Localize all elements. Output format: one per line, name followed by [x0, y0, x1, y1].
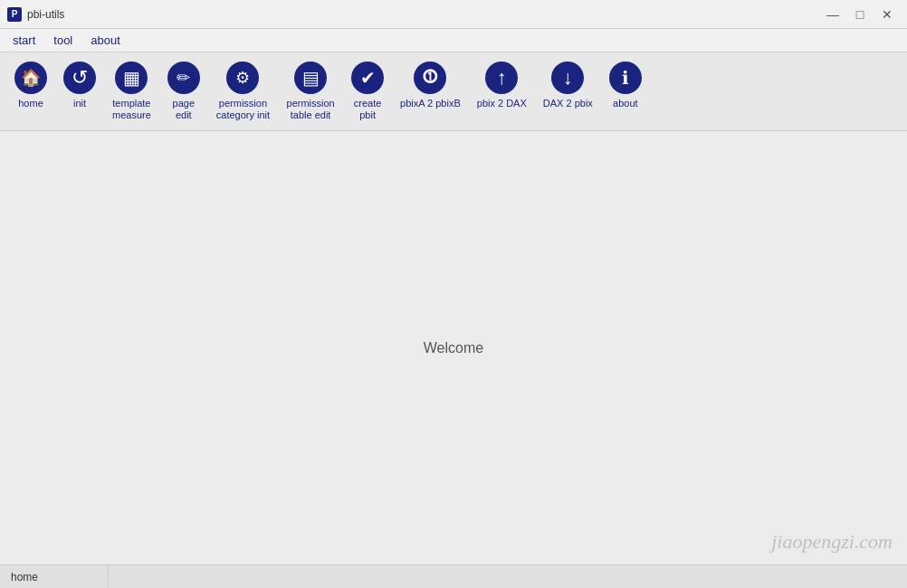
toolbar-btn-template-measure[interactable]: ▦ templatemeasure — [105, 58, 158, 125]
create-pbit-icon: ✔ — [351, 62, 384, 94]
home-icon: 🏠 — [14, 62, 47, 94]
toolbar-btn-dax-2-pbix[interactable]: ↓ DAX 2 pbix — [536, 58, 600, 125]
permission-table-edit-label: permissiontable edit — [287, 98, 335, 121]
page-edit-label: pageedit — [173, 98, 195, 121]
toolbar-btn-init[interactable]: ↺ init — [56, 58, 103, 125]
init-label: init — [73, 98, 86, 109]
titlebar-controls: — □ ✕ — [820, 5, 900, 24]
close-button[interactable]: ✕ — [874, 5, 900, 24]
about-icon: ℹ — [609, 62, 642, 94]
app-icon: P — [7, 7, 22, 22]
init-icon: ↺ — [63, 62, 96, 94]
toolbar-btn-create-pbit[interactable]: ✔ createpbit — [344, 58, 391, 125]
watermark: jiaopengzi.com — [771, 530, 893, 554]
dax-2-pbix-label: DAX 2 pbix — [543, 98, 593, 109]
toolbar-btn-permission-category-init[interactable]: ⚙ permissioncategory init — [209, 58, 277, 125]
pbix-2-dax-label: pbix 2 DAX — [477, 98, 527, 109]
toolbar-btn-home[interactable]: 🏠 home — [7, 58, 54, 125]
about-label: about — [613, 98, 638, 109]
toolbar-btn-about[interactable]: ℹ about — [602, 58, 649, 125]
permission-category-init-icon: ⚙ — [226, 62, 259, 94]
template-measure-label: templatemeasure — [112, 98, 151, 121]
statusbar-home: home — [0, 565, 109, 588]
menu-tool[interactable]: tool — [44, 31, 81, 50]
toolbar-btn-permission-table-edit[interactable]: ▤ permissiontable edit — [279, 58, 342, 125]
main-content: Welcome jiaopengzi.com — [0, 131, 907, 564]
home-label: home — [18, 98, 43, 109]
welcome-text: Welcome — [424, 340, 483, 356]
page-edit-icon: ✏ — [167, 62, 200, 94]
toolbar-btn-pbix-a-2-pbix-b[interactable]: ⓵ pbixA 2 pbixB — [393, 58, 468, 125]
minimize-button[interactable]: — — [820, 5, 845, 24]
dax-2-pbix-icon: ↓ — [551, 62, 584, 94]
titlebar-left: P pbi-utils — [7, 7, 64, 22]
maximize-button[interactable]: □ — [847, 5, 873, 24]
permission-category-init-label: permissioncategory init — [216, 98, 270, 121]
toolbar-btn-pbix-2-dax[interactable]: ↑ pbix 2 DAX — [470, 58, 534, 125]
pbix-a-2-pbix-b-icon: ⓵ — [414, 62, 446, 94]
pbix-2-dax-icon: ↑ — [485, 62, 518, 94]
pbix-a-2-pbix-b-label: pbixA 2 pbixB — [400, 98, 461, 109]
menu-start[interactable]: start — [4, 31, 44, 50]
menu-about[interactable]: about — [81, 31, 129, 50]
titlebar-title: pbi-utils — [27, 8, 64, 21]
template-measure-icon: ▦ — [115, 62, 148, 94]
permission-table-edit-icon: ▤ — [294, 62, 327, 94]
menubar: start tool about — [0, 29, 907, 52]
toolbar-btn-page-edit[interactable]: ✏ pageedit — [160, 58, 207, 125]
create-pbit-label: createpbit — [354, 98, 382, 121]
toolbar: 🏠 home ↺ init ▦ templatemeasure ✏ pageed… — [0, 52, 907, 131]
statusbar: home — [0, 564, 907, 588]
titlebar: P pbi-utils — □ ✕ — [0, 0, 907, 29]
